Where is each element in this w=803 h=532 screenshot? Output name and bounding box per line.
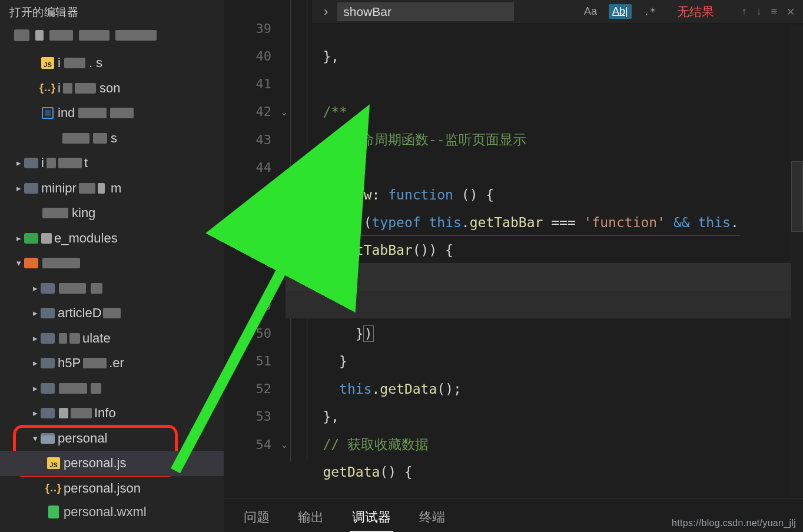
tree-folder-personal[interactable]: ▾ personal [0, 426, 224, 451]
line-number: 39 [224, 15, 286, 42]
tree-folder[interactable]: ▸ [0, 276, 224, 301]
tree-file[interactable]: JSi. s [0, 51, 224, 76]
tree-file-personal-js[interactable]: JSpersonal.js [0, 451, 224, 476]
tree-file[interactable]: ind [0, 101, 224, 126]
line-number-gutter: 39 40 41 42⌄ 43 44 45⌄ 46⌄ 49 50 51 52 5… [224, 0, 286, 497]
tree-folder[interactable]: ▸e_modules [0, 226, 224, 251]
line-number: 43 [224, 125, 286, 153]
line-number: 49 [224, 292, 286, 320]
find-input[interactable] [337, 2, 514, 21]
find-widget: › Aa Ab| .* 无结果 ↑ ↓ ≡ × [312, 0, 803, 24]
line-number: 45⌄ [224, 181, 286, 209]
panel-tab-debugger[interactable]: 调试器 [350, 503, 393, 532]
explorer-sidebar: 打开的编辑器 JSi. s {..}ison ind s ▸i t ▸minip… [0, 0, 224, 532]
panel-tab-terminal[interactable]: 终端 [417, 503, 447, 532]
find-match-case[interactable]: Aa [582, 4, 599, 19]
find-close-icon[interactable]: × [787, 4, 795, 20]
line-number: 50 [224, 320, 286, 347]
tree-file-personal-json[interactable]: {..}personal.json [0, 476, 224, 501]
tree-file[interactable]: {..}ison [0, 76, 224, 101]
find-in-selection-icon[interactable]: ≡ [771, 5, 777, 18]
minimap-viewport[interactable] [791, 161, 803, 232]
tree-file-personal-wxml[interactable]: personal.wxml [0, 500, 224, 525]
line-number: 53 [224, 403, 286, 430]
find-whole-word[interactable]: Ab| [609, 4, 632, 19]
open-editor-entry[interactable] [0, 26, 224, 45]
find-no-result: 无结果 [677, 4, 714, 20]
editor-pane: › Aa Ab| .* 无结果 ↑ ↓ ≡ × 39 40 41 42⌄ 43 [224, 0, 803, 532]
tree-folder[interactable]: ▸h5P.er [0, 351, 224, 376]
line-number: 54⌄ [224, 431, 286, 458]
line-number: 42⌄ [224, 98, 286, 125]
minimap[interactable] [791, 26, 803, 497]
code-content[interactable]: } }, /** * 生命周期函数--监听页面显示 */ onShow: fun… [286, 0, 803, 497]
line-number: 40 [224, 42, 286, 70]
tree-folder[interactable]: ▸Info [0, 401, 224, 426]
tree-folder[interactable]: king [0, 201, 224, 226]
tree-folder[interactable]: ▸minipr m [0, 176, 224, 201]
line-number: 51 [224, 347, 286, 375]
find-prev-icon[interactable]: ↑ [741, 5, 746, 18]
panel-tab-output[interactable]: 输出 [296, 503, 326, 532]
line-number [224, 264, 286, 292]
line-number: 44 [224, 154, 286, 181]
tree-folder[interactable]: ▸i t [0, 151, 224, 176]
open-editors-header: 打开的编辑器 [0, 0, 224, 26]
line-number: 46⌄ [224, 209, 286, 237]
tree-folder-pages[interactable]: ▾ [0, 251, 224, 276]
tree-folder[interactable]: ▸ulate [0, 326, 224, 351]
find-expand-toggle[interactable]: › [320, 4, 331, 19]
line-number: 52 [224, 375, 286, 403]
tree-file[interactable]: s [0, 126, 224, 151]
find-regex[interactable]: .* [641, 4, 659, 19]
line-number [224, 237, 286, 264]
file-tree: JSi. s {..}ison ind s ▸i t ▸minipr m kin… [0, 48, 224, 532]
tree-folder[interactable]: ▸articleD [0, 301, 224, 326]
line-number: 41 [224, 70, 286, 98]
find-next-icon[interactable]: ↓ [756, 5, 761, 18]
tree-folder[interactable]: ▸ [0, 376, 224, 401]
watermark-text: https://blog.csdn.net/yuan_jlj [672, 518, 796, 528]
panel-tab-problems[interactable]: 问题 [241, 503, 272, 532]
